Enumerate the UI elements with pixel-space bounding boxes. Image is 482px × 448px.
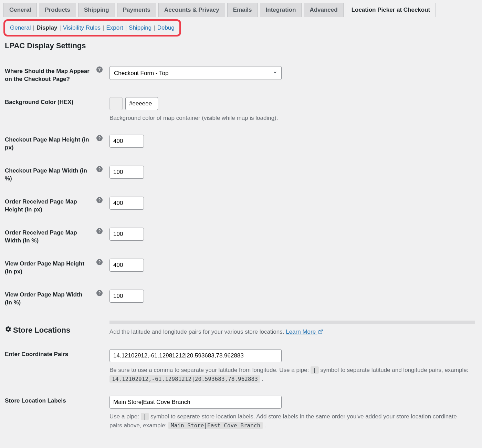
- store-location-labels-input[interactable]: [109, 396, 282, 409]
- label-bg-color: Background Color (HEX): [3, 91, 93, 129]
- bg-color-description: Background color of map container (visib…: [109, 114, 471, 123]
- checkout-width-input[interactable]: [109, 166, 144, 179]
- tab-general[interactable]: General: [3, 3, 37, 17]
- learn-more-link[interactable]: Learn More: [286, 329, 323, 335]
- subtab-debug[interactable]: Debug: [157, 24, 175, 31]
- checkout-height-input[interactable]: [109, 135, 144, 148]
- tab-payments[interactable]: Payments: [117, 3, 156, 17]
- tab-products[interactable]: Products: [39, 3, 76, 17]
- subtab-display[interactable]: Display: [36, 24, 57, 31]
- label-coordinate-pairs: Enter Coordinate Pairs: [3, 343, 93, 389]
- label-checkout-width: Checkout Page Map Width (in %): [3, 159, 93, 190]
- subtab-export[interactable]: Export: [106, 24, 123, 31]
- help-icon[interactable]: ?: [96, 166, 103, 172]
- secondary-tab-bar: General | Display | Visibility Rules | E…: [3, 19, 181, 37]
- store-locations-intro: Add the latitude and longitude pairs for…: [109, 327, 471, 337]
- color-swatch[interactable]: [109, 97, 123, 110]
- subtab-shipping[interactable]: Shipping: [129, 24, 151, 31]
- primary-tab-bar: General Products Shipping Payments Accou…: [3, 0, 479, 17]
- subtab-visibility-rules[interactable]: Visibility Rules: [63, 24, 101, 31]
- separator: |: [103, 24, 104, 31]
- tab-emails[interactable]: Emails: [227, 3, 258, 17]
- external-link-icon: [318, 328, 323, 337]
- label-view-order-height: View Order Page Map Height (in px): [3, 252, 93, 283]
- label-map-position: Where Should the Map Appear on the Check…: [3, 60, 93, 91]
- separator: |: [33, 24, 34, 31]
- help-icon[interactable]: ?: [96, 290, 103, 296]
- subtab-general[interactable]: General: [10, 24, 31, 31]
- help-icon[interactable]: ?: [96, 259, 103, 265]
- coordinate-pairs-description: Be sure to use a comma to separate your …: [109, 366, 471, 383]
- tab-accounts[interactable]: Accounts & Privacy: [158, 3, 225, 17]
- tab-location-picker[interactable]: Location Picker at Checkout: [346, 3, 436, 17]
- coordinate-pairs-input[interactable]: [109, 349, 282, 362]
- order-received-width-input[interactable]: [109, 228, 144, 241]
- label-order-received-width: Order Received Page Map Width (in %): [3, 221, 93, 252]
- map-position-select[interactable]: Checkout Form - Top: [109, 66, 282, 80]
- tab-advanced[interactable]: Advanced: [304, 3, 343, 17]
- tab-integration[interactable]: Integration: [260, 3, 302, 17]
- tab-shipping[interactable]: Shipping: [78, 3, 115, 17]
- pipe-code: |: [311, 366, 319, 374]
- section-divider: [109, 321, 475, 324]
- help-icon[interactable]: ?: [96, 228, 103, 234]
- store-locations-heading: Store Locations: [5, 325, 90, 335]
- svg-line-0: [320, 330, 323, 332]
- label-store-location-labels: Store Location Labels: [3, 389, 93, 436]
- page-title: LPAC Display Settings: [5, 41, 479, 50]
- label-checkout-height: Checkout Page Map Height (in px): [3, 128, 93, 159]
- order-received-height-input[interactable]: [109, 197, 144, 210]
- help-icon[interactable]: ?: [96, 197, 103, 203]
- label-order-received-height: Order Received Page Map Height (in px): [3, 190, 93, 221]
- labels-example-code: Main Store|East Cove Branch: [168, 422, 263, 429]
- view-order-width-input[interactable]: [109, 290, 144, 303]
- bg-color-input[interactable]: [125, 97, 158, 110]
- separator: |: [59, 24, 61, 31]
- help-icon[interactable]: ?: [96, 135, 103, 141]
- label-view-order-width: View Order Page Map Width (in %): [3, 283, 93, 314]
- gear-icon: [5, 325, 12, 335]
- view-order-height-input[interactable]: [109, 259, 144, 272]
- pipe-code: |: [141, 413, 149, 420]
- separator: |: [154, 24, 155, 31]
- coord-example-code: 14.12102912,-61.12981212|20.593683,78.96…: [109, 375, 260, 383]
- store-location-labels-description: Use a pipe: | symbol to separate store l…: [109, 412, 471, 430]
- help-icon[interactable]: ?: [96, 66, 103, 73]
- separator: |: [125, 24, 127, 31]
